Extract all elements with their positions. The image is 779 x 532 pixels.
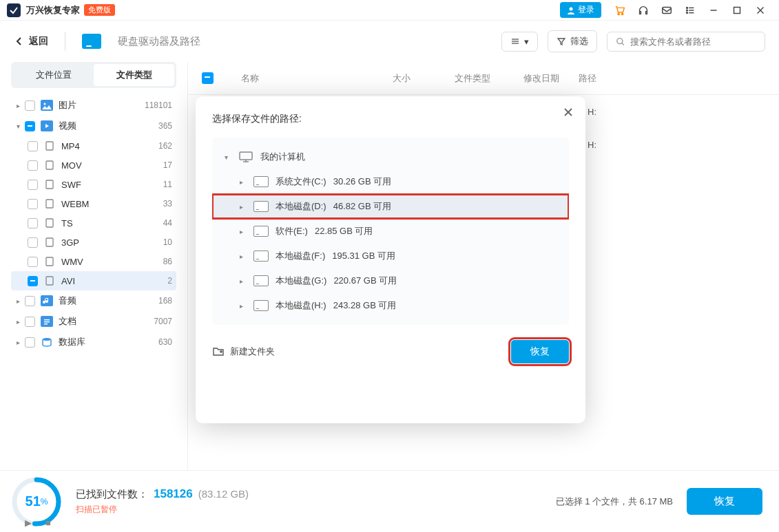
chevron-right-icon: ▸	[240, 253, 247, 260]
login-button[interactable]: 登录	[560, 2, 601, 18]
checkbox[interactable]	[28, 218, 38, 228]
svg-point-5	[687, 10, 688, 11]
drive-name: 系统文件(C:)	[276, 175, 326, 188]
checkbox[interactable]	[28, 276, 38, 286]
modal-close-button[interactable]	[562, 106, 574, 120]
tree-count: 86	[163, 257, 172, 266]
col-name[interactable]: 名称	[241, 72, 393, 85]
tab-type[interactable]: 文件类型	[94, 64, 174, 86]
select-all-checkbox[interactable]	[202, 72, 214, 84]
tree-item-视频[interactable]: ▾ 视频 365	[11, 116, 176, 136]
tree-label: WEBM	[61, 199, 163, 209]
modal-recover-button[interactable]: 恢复	[511, 340, 569, 363]
play-icon[interactable]: ▶	[25, 518, 32, 528]
drive-本地磁盘(D:)[interactable]: ▸ 本地磁盘(D:) 46.82 GB 可用	[212, 194, 569, 219]
disk-icon	[253, 201, 269, 212]
list-header: 名称 大小 文件类型 修改日期 路径	[188, 62, 779, 95]
checkbox[interactable]	[28, 199, 38, 209]
checkbox[interactable]	[25, 337, 35, 348]
disk-icon	[253, 275, 269, 286]
svg-rect-32	[44, 319, 50, 321]
drive-本地磁盘(G:)[interactable]: ▸ 本地磁盘(G:) 220.67 GB 可用	[212, 268, 569, 293]
progress-unit: %	[41, 497, 48, 507]
svg-line-18	[622, 43, 624, 45]
view-toggle-button[interactable]: ▾	[501, 32, 538, 52]
file-icon	[43, 179, 56, 190]
svg-rect-26	[46, 219, 53, 227]
tree-count: 2	[167, 276, 172, 286]
svg-rect-29	[46, 277, 53, 285]
tree-item-图片[interactable]: ▸ 图片 118101	[11, 95, 176, 116]
tree-item-TS[interactable]: TS 44	[11, 213, 176, 233]
checkbox[interactable]	[25, 121, 35, 131]
drive-本地磁盘(F:)[interactable]: ▸ 本地磁盘(F:) 195.31 GB 可用	[212, 244, 569, 268]
mail-icon[interactable]	[658, 1, 676, 19]
file-icon	[43, 217, 56, 228]
drive-free: 220.67 GB 可用	[333, 275, 397, 287]
cart-icon[interactable]	[611, 1, 629, 19]
image-icon	[41, 100, 53, 111]
tree-item-音频[interactable]: ▸ 音频 168	[11, 290, 176, 311]
tree-label: 3GP	[61, 237, 163, 248]
checkbox[interactable]	[25, 296, 35, 306]
tree-item-MP4[interactable]: MP4 162	[11, 136, 176, 156]
checkbox[interactable]	[25, 100, 35, 111]
chevron-down-icon: ▾	[225, 153, 231, 161]
caret-icon: ▸	[14, 318, 22, 326]
col-path[interactable]: 路径	[579, 72, 765, 85]
folder-plus-icon	[212, 346, 225, 357]
caret-icon: ▾	[14, 123, 22, 130]
drive-系统文件(C:)[interactable]: ▸ 系统文件(C:) 30.26 GB 可用	[212, 169, 569, 194]
file-icon	[43, 198, 56, 209]
drive-free: 30.26 GB 可用	[333, 175, 392, 188]
tree-item-MOV[interactable]: MOV 17	[11, 156, 176, 175]
tree-count: 7007	[154, 317, 172, 326]
titlebar: 万兴恢复专家 免费版 登录	[0, 0, 779, 21]
tree-item-数据库[interactable]: ▸ 数据库 630	[11, 332, 176, 352]
svg-rect-34	[44, 323, 48, 325]
recover-button[interactable]: 恢复	[687, 488, 762, 515]
new-folder-button[interactable]: 新建文件夹	[212, 345, 275, 358]
drive-tree: ▾ 我的计算机 ▸ 系统文件(C:) 30.26 GB 可用▸ 本地磁盘(D:)…	[212, 138, 569, 325]
drive-软件(E:)[interactable]: ▸ 软件(E:) 22.85 GB 可用	[212, 219, 569, 244]
drive-free: 243.28 GB 可用	[333, 299, 397, 312]
tree-item-文档[interactable]: ▸ 文档 7007	[11, 311, 176, 332]
back-button[interactable]: 返回	[14, 35, 48, 47]
tree-item-WMV[interactable]: WMV 86	[11, 252, 176, 271]
minimize-icon[interactable]	[705, 1, 723, 19]
list-icon[interactable]	[681, 1, 699, 19]
checkbox[interactable]	[28, 237, 38, 248]
svg-point-4	[687, 7, 688, 8]
chevron-right-icon: ▸	[240, 178, 247, 186]
svg-rect-25	[46, 200, 53, 208]
tree-item-WEBM[interactable]: WEBM 33	[11, 194, 176, 213]
checkbox[interactable]	[25, 317, 35, 327]
tree-item-SWF[interactable]: SWF 11	[11, 175, 176, 194]
drive-本地磁盘(H:)[interactable]: ▸ 本地磁盘(H:) 243.28 GB 可用	[212, 293, 569, 318]
search-box[interactable]	[607, 32, 765, 52]
col-date[interactable]: 修改日期	[523, 72, 579, 85]
chevron-right-icon: ▸	[240, 203, 247, 211]
col-type[interactable]: 文件类型	[455, 72, 523, 85]
svg-rect-11	[734, 7, 740, 13]
headset-icon[interactable]	[634, 1, 652, 19]
maximize-icon[interactable]	[728, 1, 746, 19]
drive-root[interactable]: ▾ 我的计算机	[212, 145, 569, 169]
svg-point-1	[618, 13, 619, 14]
col-size[interactable]: 大小	[393, 72, 455, 85]
checkbox[interactable]	[28, 141, 38, 151]
stop-icon[interactable]: ■	[45, 518, 51, 528]
search-input[interactable]	[630, 36, 756, 47]
tree-count: 365	[158, 121, 172, 131]
checkbox[interactable]	[28, 257, 38, 267]
tab-location[interactable]: 文件位置	[13, 64, 94, 86]
checkbox[interactable]	[28, 160, 38, 171]
drive-name: 本地磁盘(D:)	[276, 200, 326, 213]
tree-item-3GP[interactable]: 3GP 10	[11, 233, 176, 252]
filter-button[interactable]: 筛选	[548, 30, 597, 52]
checkbox[interactable]	[28, 180, 38, 190]
footer-info: 已找到文件数： 158126 (83.12 GB) 扫描已暂停	[76, 487, 249, 515]
close-icon[interactable]	[751, 1, 769, 19]
tree-item-AVI[interactable]: AVI 2	[11, 271, 176, 290]
computer-icon	[238, 151, 253, 163]
